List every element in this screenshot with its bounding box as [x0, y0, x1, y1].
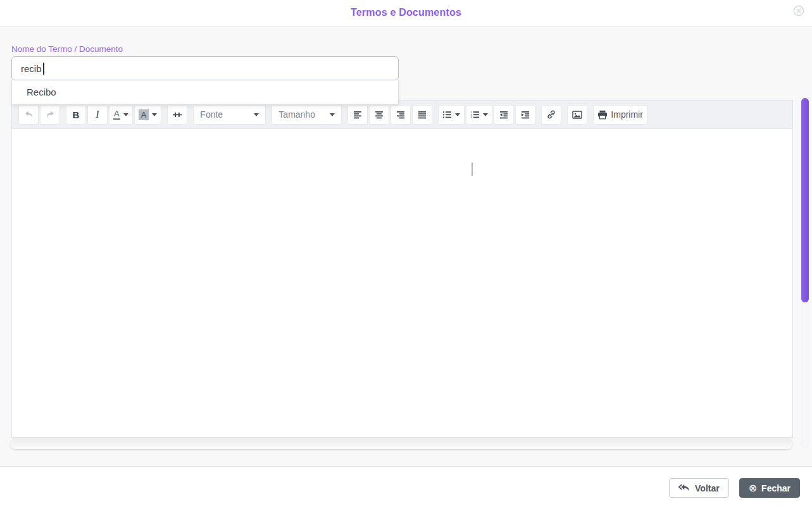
close-icon[interactable] [793, 5, 804, 16]
align-left-button[interactable] [347, 105, 368, 125]
modal-header: Termos e Documentos [0, 0, 812, 27]
unordered-list-icon [442, 111, 452, 119]
back-button[interactable]: Voltar [669, 478, 729, 498]
align-left-icon [353, 111, 362, 119]
text-caret [43, 63, 44, 75]
font-style-group: B I A A [66, 105, 161, 125]
horizontal-rule-button[interactable] [167, 105, 187, 125]
outdent-icon [499, 111, 508, 119]
bold-label: B [73, 109, 80, 120]
link-icon [546, 109, 556, 120]
text-color-button[interactable]: A [109, 105, 133, 125]
chevron-down-icon [152, 113, 157, 116]
chevron-down-icon [455, 113, 460, 116]
close-button-label: Fechar [761, 483, 790, 493]
insert-link-button[interactable] [541, 105, 561, 125]
printer-icon [597, 110, 608, 120]
ordered-list-button[interactable]: 1 2 3 [466, 105, 492, 125]
history-group [18, 105, 60, 125]
background-color-label: A [139, 109, 149, 120]
font-family-select[interactable]: Fonte [193, 105, 266, 125]
undo-arrow-icon [24, 110, 34, 119]
text-color-label: A [113, 109, 120, 120]
back-button-label: Voltar [695, 483, 720, 493]
vertical-scrollbar-thumb[interactable] [801, 98, 809, 302]
italic-label: I [96, 109, 99, 120]
link-group [541, 105, 561, 125]
indent-button[interactable] [515, 105, 535, 125]
modal-footer: Voltar ⊗ Fechar [0, 466, 812, 506]
image-icon [572, 110, 582, 120]
alignment-group [347, 105, 432, 125]
unordered-list-button[interactable] [438, 105, 465, 125]
print-label: Imprimir [611, 109, 643, 120]
editor-content-area[interactable] [12, 129, 792, 437]
autocomplete-dropdown: Recibo [11, 80, 399, 105]
insert-image-button[interactable] [567, 105, 587, 125]
editor-caret [472, 163, 473, 176]
suggestion-item[interactable]: Recibo [12, 80, 398, 104]
svg-text:3: 3 [471, 116, 473, 119]
align-right-icon [396, 111, 405, 119]
reply-all-icon [678, 484, 690, 492]
align-justify-button[interactable] [412, 105, 432, 125]
align-center-button[interactable] [369, 105, 389, 125]
image-group [567, 105, 587, 125]
align-center-icon [375, 111, 384, 119]
chevron-down-icon [123, 113, 128, 116]
print-group: Imprimir [593, 105, 647, 125]
chevron-down-icon [330, 113, 335, 116]
font-family-value: Fonte [200, 109, 223, 120]
font-size-value: Tamanho [278, 109, 315, 120]
redo-arrow-icon [46, 110, 55, 119]
horizontal-scrollbar-thumb[interactable] [10, 438, 792, 449]
bold-button[interactable]: B [66, 105, 86, 125]
close-button[interactable]: ⊗ Fechar [739, 478, 800, 498]
undo-button[interactable] [18, 105, 39, 125]
rich-text-editor: B I A A Fonte [11, 100, 793, 438]
italic-button[interactable]: I [87, 105, 108, 125]
background-color-button[interactable]: A [134, 105, 162, 125]
name-field-label: Nome do Termo / Documento [11, 44, 123, 54]
align-right-button[interactable] [390, 105, 411, 125]
ordered-list-icon: 1 2 3 [470, 111, 480, 119]
print-button[interactable]: Imprimir [593, 105, 647, 125]
horizontal-rule-icon [172, 110, 182, 119]
hr-group [167, 105, 187, 125]
align-justify-icon [418, 111, 427, 119]
chevron-down-icon [254, 113, 259, 116]
circle-x-icon: ⊗ [749, 483, 757, 493]
term-name-input[interactable] [11, 56, 399, 80]
outdent-button[interactable] [494, 105, 514, 125]
indent-icon [521, 111, 530, 119]
list-indent-group: 1 2 3 [438, 105, 535, 125]
redo-button[interactable] [40, 105, 60, 125]
page-title: Termos e Documentos [0, 0, 812, 25]
chevron-down-icon [483, 113, 488, 116]
font-size-select[interactable]: Tamanho [272, 105, 342, 125]
